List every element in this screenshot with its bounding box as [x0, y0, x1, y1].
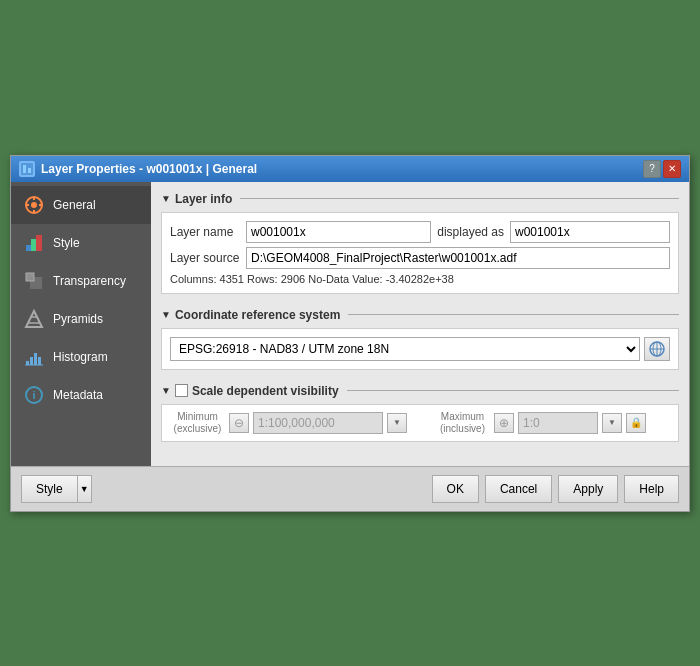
pyramids-label: Pyramids — [53, 312, 103, 326]
histogram-icon — [23, 346, 45, 368]
svg-rect-20 — [34, 353, 37, 365]
scale-section: ▼ Scale dependent visibility Minimum(exc… — [161, 384, 679, 446]
layer-source-input[interactable] — [246, 247, 670, 269]
crs-globe-btn[interactable] — [644, 337, 670, 361]
layer-info-title: Layer info — [175, 192, 232, 206]
dialog-body: General Style — [11, 182, 689, 466]
crs-section: ▼ Coordinate reference system EPSG:26918… — [161, 308, 679, 374]
svg-rect-11 — [36, 235, 42, 251]
app-icon — [19, 161, 35, 177]
style-dropdown-btn[interactable]: ▼ — [78, 475, 92, 503]
scale-header: ▼ Scale dependent visibility — [161, 384, 679, 398]
svg-rect-18 — [26, 361, 29, 365]
help-title-btn[interactable]: ? — [643, 160, 661, 178]
crs-row: EPSG:26918 - NAD83 / UTM zone 18N — [170, 337, 670, 361]
displayed-as-input[interactable] — [510, 221, 670, 243]
histogram-label: Histogram — [53, 350, 108, 364]
general-icon — [23, 194, 45, 216]
maximum-label: Maximum(inclusive) — [435, 411, 490, 435]
svg-rect-21 — [38, 357, 41, 365]
layer-source-row: Layer source — [170, 247, 670, 269]
main-content: ▼ Layer info Layer name displayed as Lay… — [151, 182, 689, 466]
crs-line — [348, 314, 679, 315]
scale-line — [347, 390, 679, 391]
window-title: Layer Properties - w001001x | General — [41, 162, 257, 176]
sidebar-item-transparency[interactable]: Transparency — [11, 262, 151, 300]
maximum-dropdown-btn[interactable]: ▼ — [602, 413, 622, 433]
svg-rect-19 — [30, 357, 33, 365]
layer-name-row: Layer name displayed as — [170, 221, 670, 243]
layer-info-line — [240, 198, 679, 199]
sidebar: General Style — [11, 182, 151, 466]
metadata-label: Metadata — [53, 388, 103, 402]
style-btn-group: Style ▼ — [21, 475, 92, 503]
svg-rect-0 — [21, 163, 33, 175]
transparency-label: Transparency — [53, 274, 126, 288]
layer-source-label: Layer source — [170, 251, 240, 265]
bottom-bar: Style ▼ OK Cancel Apply Help — [11, 466, 689, 511]
title-bar-left: Layer Properties - w001001x | General — [19, 161, 257, 177]
svg-rect-2 — [28, 168, 31, 173]
displayed-as-label: displayed as — [437, 225, 504, 239]
pyramids-icon — [23, 308, 45, 330]
minimum-label: Minimum(exclusive) — [170, 411, 225, 435]
minimum-dropdown-btn[interactable]: ▼ — [387, 413, 407, 433]
svg-point-4 — [31, 202, 37, 208]
close-title-btn[interactable]: ✕ — [663, 160, 681, 178]
svg-rect-13 — [30, 277, 42, 289]
scale-title: Scale dependent visibility — [192, 384, 339, 398]
scale-arrow: ▼ — [161, 385, 171, 396]
apply-button[interactable]: Apply — [558, 475, 618, 503]
maximum-lock-btn[interactable]: 🔒 — [626, 413, 646, 433]
scale-checkbox[interactable] — [175, 384, 188, 397]
title-controls: ? ✕ — [643, 160, 681, 178]
title-bar: Layer Properties - w001001x | General ? … — [11, 156, 689, 182]
columns-rows-text: Columns: 4351 Rows: 2906 No-Data Value: … — [170, 273, 670, 285]
minimum-input — [253, 412, 383, 434]
layer-info-header: ▼ Layer info — [161, 192, 679, 206]
layer-name-input[interactable] — [246, 221, 431, 243]
layer-name-label: Layer name — [170, 225, 240, 239]
general-label: General — [53, 198, 96, 212]
sidebar-item-pyramids[interactable]: Pyramids — [11, 300, 151, 338]
svg-text:i: i — [32, 389, 35, 401]
layer-info-body: Layer name displayed as Layer source Col… — [161, 212, 679, 294]
crs-header: ▼ Coordinate reference system — [161, 308, 679, 322]
layer-info-section: ▼ Layer info Layer name displayed as Lay… — [161, 192, 679, 298]
sidebar-item-metadata[interactable]: i Metadata — [11, 376, 151, 414]
layer-properties-dialog: Layer Properties - w001001x | General ? … — [10, 155, 690, 512]
scale-body: Minimum(exclusive) ⊖ ▼ Maximum(inclusive… — [161, 404, 679, 442]
svg-rect-1 — [23, 165, 26, 173]
sidebar-item-general[interactable]: General — [11, 186, 151, 224]
layer-info-arrow: ▼ — [161, 193, 171, 204]
cancel-button[interactable]: Cancel — [485, 475, 552, 503]
ok-button[interactable]: OK — [432, 475, 479, 503]
transparency-icon — [23, 270, 45, 292]
svg-marker-15 — [26, 311, 42, 327]
crs-arrow: ▼ — [161, 309, 171, 320]
crs-body: EPSG:26918 - NAD83 / UTM zone 18N — [161, 328, 679, 370]
maximum-input — [518, 412, 598, 434]
sidebar-item-histogram[interactable]: Histogram — [11, 338, 151, 376]
sidebar-item-style[interactable]: Style — [11, 224, 151, 262]
style-label: Style — [53, 236, 80, 250]
style-icon — [23, 232, 45, 254]
crs-select[interactable]: EPSG:26918 - NAD83 / UTM zone 18N — [170, 337, 640, 361]
help-button[interactable]: Help — [624, 475, 679, 503]
scale-row: Minimum(exclusive) ⊖ ▼ Maximum(inclusive… — [170, 411, 670, 435]
maximum-plus-btn[interactable]: ⊕ — [494, 413, 514, 433]
minimum-minus-btn[interactable]: ⊖ — [229, 413, 249, 433]
crs-title: Coordinate reference system — [175, 308, 340, 322]
style-button[interactable]: Style — [21, 475, 78, 503]
metadata-icon: i — [23, 384, 45, 406]
